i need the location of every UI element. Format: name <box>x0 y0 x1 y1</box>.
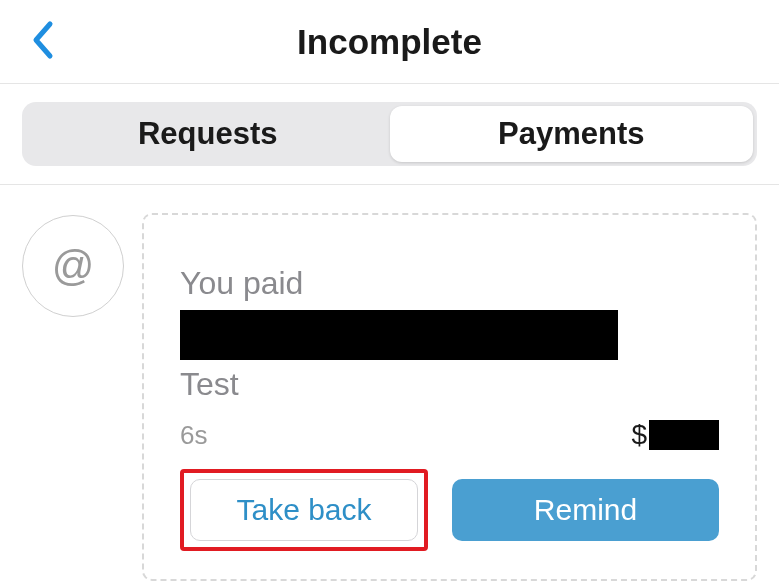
content-area: @ You paid Test 6s $ Take back Remind <box>0 185 779 581</box>
transaction-amount: $ <box>631 419 719 451</box>
paid-label: You paid <box>180 265 719 302</box>
recipient-redacted <box>180 310 618 360</box>
take-back-button[interactable]: Take back <box>190 479 418 541</box>
avatar[interactable]: @ <box>22 215 124 317</box>
tab-payments[interactable]: Payments <box>390 106 754 162</box>
remind-button[interactable]: Remind <box>452 479 719 541</box>
transaction-memo: Test <box>180 366 719 403</box>
action-buttons: Take back Remind <box>180 469 719 551</box>
currency-symbol: $ <box>631 419 647 451</box>
segmented-control: Requests Payments <box>22 102 757 166</box>
page-title: Incomplete <box>28 22 751 62</box>
avatar-placeholder-icon: @ <box>52 242 95 290</box>
transaction-meta-row: 6s $ <box>180 419 719 451</box>
amount-redacted <box>649 420 719 450</box>
tabs-container: Requests Payments <box>0 84 779 185</box>
tab-requests[interactable]: Requests <box>26 106 390 162</box>
header: Incomplete <box>0 0 779 84</box>
take-back-highlight: Take back <box>180 469 428 551</box>
transaction-card: You paid Test 6s $ Take back Remind <box>142 213 757 581</box>
transaction-timestamp: 6s <box>180 420 207 451</box>
back-icon[interactable] <box>30 20 54 64</box>
